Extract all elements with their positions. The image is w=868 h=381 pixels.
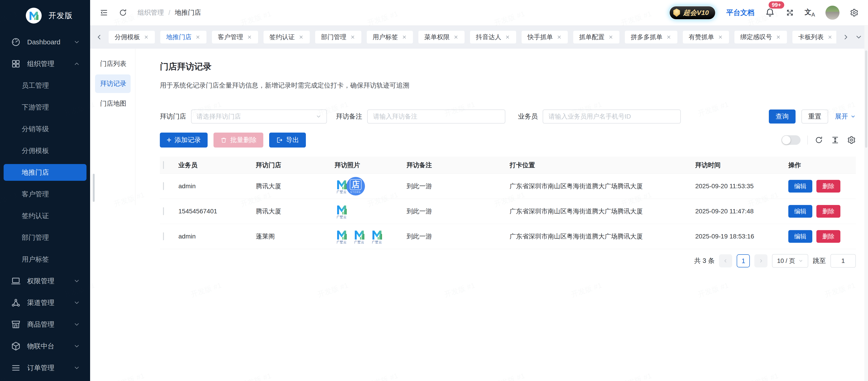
tab-绑定感叹号[interactable]: 绑定感叹号 [735, 31, 787, 43]
tab-close-icon[interactable] [144, 34, 149, 40]
language-switch-icon[interactable]: 文A [805, 7, 815, 18]
fullscreen-icon[interactable] [785, 8, 794, 17]
visit-photo-store-logo[interactable]: 店STORE [346, 177, 365, 195]
reset-button[interactable]: 重置 [801, 109, 828, 124]
row-checkbox[interactable] [163, 207, 164, 215]
tab-有赞抓单[interactable]: 有赞抓单 [683, 31, 729, 43]
tab-close-icon[interactable] [453, 34, 459, 40]
prev-page-button[interactable] [719, 254, 732, 267]
submenu-scrollbar-thumb[interactable] [93, 174, 95, 202]
settings-gear-icon[interactable] [850, 8, 859, 17]
tab-close-icon[interactable] [505, 34, 510, 40]
tabs-scroll-left-icon[interactable] [96, 33, 103, 41]
tabs-scroll-right-icon[interactable] [842, 33, 849, 41]
table-refresh-icon[interactable] [814, 136, 823, 144]
stripe-toggle[interactable] [781, 135, 801, 145]
store-select[interactable]: 请选择拜访门店 [191, 109, 327, 124]
visit-photo-m-logo[interactable]: 广墅云 [335, 229, 349, 244]
tab-快手抓单[interactable]: 快手抓单 [522, 31, 568, 43]
tab-close-icon[interactable] [718, 34, 723, 40]
chevron-down-icon [73, 364, 80, 371]
row-density-icon[interactable] [831, 136, 839, 144]
edit-button[interactable]: 编辑 [788, 205, 812, 218]
brand[interactable]: 开发版 [0, 0, 90, 31]
page-scrollbar-thumb[interactable] [865, 51, 867, 148]
tab-菜单权限[interactable]: 菜单权限 [418, 31, 465, 43]
menu-fold-icon[interactable] [100, 8, 108, 17]
tab-抓单配置[interactable]: 抓单配置 [573, 31, 619, 43]
tab-close-icon[interactable] [350, 34, 355, 40]
chevron-up-icon [73, 60, 80, 67]
edit-button[interactable]: 编辑 [788, 230, 812, 243]
tab-分佣模板[interactable]: 分佣模板 [109, 31, 155, 43]
sidebar-group-权限管理[interactable]: 权限管理 [0, 270, 90, 292]
row-checkbox[interactable] [163, 182, 164, 190]
platform-docs-link[interactable]: 平台文档 [726, 8, 754, 18]
salesman-input[interactable] [548, 113, 675, 120]
edit-button[interactable]: 编辑 [788, 180, 812, 193]
select-all-checkbox[interactable] [163, 161, 164, 169]
tab-close-icon[interactable] [666, 34, 672, 40]
tab-签约认证[interactable]: 签约认证 [264, 31, 310, 43]
sidebar-item-部门管理[interactable]: 部门管理 [0, 227, 90, 248]
sidebar-group-组织管理[interactable]: 组织管理 [0, 53, 90, 75]
notifications-button[interactable]: 99+ [765, 7, 775, 18]
sidebar-item-分佣模板[interactable]: 分佣模板 [0, 140, 90, 162]
sidebar-group-Dashboard[interactable]: Dashboard [0, 31, 90, 53]
jump-to-input[interactable] [830, 254, 856, 268]
tab-客户管理[interactable]: 客户管理 [212, 31, 258, 43]
tab-部门管理[interactable]: 部门管理 [315, 31, 361, 43]
tab-拼多多抓单[interactable]: 拼多多抓单 [625, 31, 677, 43]
delete-button[interactable]: 删除 [816, 180, 840, 193]
tab-close-icon[interactable] [402, 34, 407, 40]
tab-close-icon[interactable] [299, 34, 304, 40]
visit-photo-m-logo[interactable]: 广墅云 [335, 204, 349, 219]
search-button[interactable]: 查询 [769, 109, 796, 124]
avatar[interactable] [826, 6, 839, 20]
refresh-icon[interactable] [119, 8, 127, 17]
page-scrollbar[interactable] [864, 26, 868, 381]
tab-抖音达人[interactable]: 抖音达人 [470, 31, 516, 43]
tab-close-icon[interactable] [776, 34, 781, 40]
column-settings-gear-icon[interactable] [847, 136, 856, 144]
breadcrumb-parent[interactable]: 组织管理 [138, 8, 164, 17]
sidebar-group-物联中台[interactable]: 物联中台 [0, 335, 90, 357]
sidebar-group-订单管理[interactable]: 订单管理 [0, 357, 90, 379]
export-button[interactable]: 导出 [269, 133, 306, 148]
tab-close-icon[interactable] [608, 34, 614, 40]
expand-filters-link[interactable]: 展开 [835, 112, 856, 121]
tab-close-icon[interactable] [556, 34, 562, 40]
tab-用户标签[interactable]: 用户标签 [367, 31, 413, 43]
remark-input[interactable] [373, 113, 500, 120]
tab-卡板列表[interactable]: 卡板列表 [793, 31, 836, 43]
sidebar-item-用户标签[interactable]: 用户标签 [0, 248, 90, 270]
visit-photo-m-logo[interactable]: 广墅云 [370, 229, 384, 244]
submenu-item-门店列表[interactable]: 门店列表 [95, 55, 131, 73]
sidebar-group-商品管理[interactable]: 商品管理 [0, 314, 90, 335]
tab-地推门店[interactable]: 地推门店 [160, 31, 207, 43]
sidebar-item-客户管理[interactable]: 客户管理 [0, 183, 90, 205]
sidebar-item-签约认证[interactable]: 签约认证 [0, 205, 90, 227]
delete-button[interactable]: 删除 [816, 230, 840, 243]
page-size-select[interactable]: 10 / 页 [772, 254, 808, 268]
next-page-button[interactable] [754, 254, 768, 267]
tab-close-icon[interactable] [195, 34, 200, 40]
sidebar-item-下游管理[interactable]: 下游管理 [0, 96, 90, 118]
add-record-button[interactable]: + 添加记录 [160, 133, 208, 148]
visit-photo-m-logo[interactable]: 广墅云 [352, 229, 366, 244]
sidebar-group-渠道管理[interactable]: 渠道管理 [0, 292, 90, 314]
vip-badge[interactable]: 超会V10 [669, 6, 716, 20]
batch-delete-button[interactable]: 批量删除 [214, 133, 263, 148]
submenu-item-拜访记录[interactable]: 拜访记录 [95, 74, 131, 93]
submenu-item-门店地图[interactable]: 门店地图 [95, 94, 131, 113]
cell-time: 2025-09-20 11:53:35 [695, 183, 788, 190]
delete-button[interactable]: 删除 [816, 205, 840, 218]
tab-close-icon[interactable] [827, 34, 833, 40]
sidebar-item-分销等级[interactable]: 分销等级 [0, 118, 90, 140]
sidebar-item-地推门店[interactable]: 地推门店 [4, 164, 87, 181]
row-checkbox[interactable] [163, 232, 164, 240]
tab-close-icon[interactable] [247, 34, 252, 40]
sidebar-item-员工管理[interactable]: 员工管理 [0, 75, 90, 96]
tabs-dropdown-icon[interactable] [855, 33, 863, 41]
current-page-button[interactable]: 1 [737, 254, 750, 267]
